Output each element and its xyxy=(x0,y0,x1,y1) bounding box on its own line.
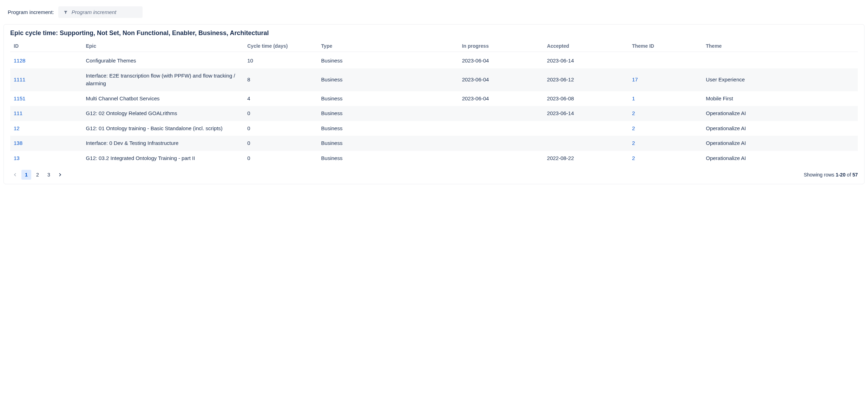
cell-inprogress: 2023-06-04 xyxy=(459,68,544,91)
cell-inprogress: 2023-06-04 xyxy=(459,91,544,106)
cell-inprogress: 2023-06-04 xyxy=(459,52,544,68)
cell-type: Business xyxy=(318,136,459,151)
chevron-right-icon xyxy=(57,172,63,178)
filter-icon xyxy=(63,10,68,15)
cell-themeid-link[interactable]: 2 xyxy=(632,140,635,146)
table-row: 1151Multi Channel Chatbot Services4Busin… xyxy=(10,91,858,106)
cell-theme: Operationalize AI xyxy=(702,136,858,151)
cell-epic: G12: 01 Ontology training - Basic Standa… xyxy=(82,121,244,136)
col-themeid[interactable]: Theme ID xyxy=(629,40,702,52)
cell-themeid-link[interactable]: 1 xyxy=(632,95,635,101)
cell-epic: Configurable Themes xyxy=(82,52,244,68)
cell-id-link[interactable]: 111 xyxy=(14,110,22,116)
cell-accepted: 2023-06-12 xyxy=(544,68,629,91)
cell-cycle: 8 xyxy=(244,68,317,91)
cell-themeid-link[interactable]: 2 xyxy=(632,125,635,131)
col-id[interactable]: ID xyxy=(10,40,82,52)
cell-id-link[interactable]: 12 xyxy=(14,125,20,131)
table-row: 1111Interface: E2E transcription flow (w… xyxy=(10,68,858,91)
next-page-button[interactable] xyxy=(55,170,65,180)
cell-id-link: 1111 xyxy=(10,68,82,91)
epic-table: ID Epic Cycle time (days) Type In progre… xyxy=(10,40,858,166)
chevron-left-icon xyxy=(12,172,18,178)
table-row: 111G12: 02 Ontology Related GOALrithms0B… xyxy=(10,106,858,121)
filter-bar: Program increment: Program increment xyxy=(4,4,864,24)
cell-type: Business xyxy=(318,91,459,106)
cell-themeid-link[interactable]: 17 xyxy=(632,76,638,82)
cell-accepted: 2023-06-14 xyxy=(544,52,629,68)
cell-themeid-link: 1 xyxy=(629,91,702,106)
table-row: 12G12: 01 Ontology training - Basic Stan… xyxy=(10,121,858,136)
cell-epic: G12: 03.2 Integrated Ontology Training -… xyxy=(82,151,244,166)
cell-type: Business xyxy=(318,106,459,121)
cell-cycle: 4 xyxy=(244,91,317,106)
col-inprogress[interactable]: In progress xyxy=(459,40,544,52)
col-theme[interactable]: Theme xyxy=(702,40,858,52)
cell-id-link[interactable]: 1128 xyxy=(14,58,25,64)
filter-placeholder: Program increment xyxy=(72,9,117,15)
cell-type: Business xyxy=(318,68,459,91)
cell-inprogress xyxy=(459,106,544,121)
cell-theme: Operationalize AI xyxy=(702,121,858,136)
cell-theme: Mobile First xyxy=(702,91,858,106)
cell-themeid-link: 2 xyxy=(629,106,702,121)
panel-title: Epic cycle time: Supporting, Not Set, No… xyxy=(10,29,858,37)
cell-themeid-link: 2 xyxy=(629,151,702,166)
cell-inprogress xyxy=(459,121,544,136)
row-count: Showing rows 1-20 of 57 xyxy=(804,172,858,178)
cell-type: Business xyxy=(318,52,459,68)
cell-theme xyxy=(702,52,858,68)
col-cycle[interactable]: Cycle time (days) xyxy=(244,40,317,52)
cell-type: Business xyxy=(318,151,459,166)
cell-cycle: 0 xyxy=(244,106,317,121)
cell-id-link: 12 xyxy=(10,121,82,136)
cell-id-link[interactable]: 138 xyxy=(14,140,22,146)
cell-themeid-link[interactable]: 2 xyxy=(632,155,635,161)
cell-accepted: 2023-06-14 xyxy=(544,106,629,121)
cell-epic: Interface: E2E transcription flow (with … xyxy=(82,68,244,91)
cell-cycle: 10 xyxy=(244,52,317,68)
cell-id-link: 13 xyxy=(10,151,82,166)
cell-themeid-link xyxy=(629,52,702,68)
col-type[interactable]: Type xyxy=(318,40,459,52)
page-button-1[interactable]: 1 xyxy=(21,170,31,180)
cell-themeid-link: 17 xyxy=(629,68,702,91)
cell-type: Business xyxy=(318,121,459,136)
cell-id-link: 138 xyxy=(10,136,82,151)
cell-id-link[interactable]: 13 xyxy=(14,155,20,161)
cell-accepted xyxy=(544,136,629,151)
table-row: 13G12: 03.2 Integrated Ontology Training… xyxy=(10,151,858,166)
cell-inprogress xyxy=(459,136,544,151)
cell-id-link[interactable]: 1111 xyxy=(14,76,25,82)
cell-accepted: 2023-06-08 xyxy=(544,91,629,106)
cell-epic: Interface: 0 Dev & Testing Infrastructur… xyxy=(82,136,244,151)
page-button-3[interactable]: 3 xyxy=(44,170,54,180)
cell-theme: User Experience xyxy=(702,68,858,91)
cell-epic: G12: 02 Ontology Related GOALrithms xyxy=(82,106,244,121)
cell-themeid-link: 2 xyxy=(629,136,702,151)
col-accepted[interactable]: Accepted xyxy=(544,40,629,52)
cell-themeid-link[interactable]: 2 xyxy=(632,110,635,116)
cell-cycle: 0 xyxy=(244,136,317,151)
pagination: 123 xyxy=(10,170,65,180)
cell-themeid-link: 2 xyxy=(629,121,702,136)
cell-inprogress xyxy=(459,151,544,166)
cell-id-link: 1128 xyxy=(10,52,82,68)
filter-label: Program increment: xyxy=(8,9,54,15)
cell-id-link: 111 xyxy=(10,106,82,121)
table-footer: 123 Showing rows 1-20 of 57 xyxy=(10,166,858,180)
prev-page-button[interactable] xyxy=(10,170,20,180)
cell-id-link[interactable]: 1151 xyxy=(14,95,25,101)
cell-epic: Multi Channel Chatbot Services xyxy=(82,91,244,106)
table-row: 138Interface: 0 Dev & Testing Infrastruc… xyxy=(10,136,858,151)
cell-accepted: 2022-08-22 xyxy=(544,151,629,166)
table-row: 1128Configurable Themes10Business2023-06… xyxy=(10,52,858,68)
report-panel: Epic cycle time: Supporting, Not Set, No… xyxy=(4,24,864,184)
col-epic[interactable]: Epic xyxy=(82,40,244,52)
table-header-row: ID Epic Cycle time (days) Type In progre… xyxy=(10,40,858,52)
program-increment-filter[interactable]: Program increment xyxy=(58,6,143,18)
cell-cycle: 0 xyxy=(244,151,317,166)
cell-cycle: 0 xyxy=(244,121,317,136)
cell-id-link: 1151 xyxy=(10,91,82,106)
page-button-2[interactable]: 2 xyxy=(33,170,42,180)
